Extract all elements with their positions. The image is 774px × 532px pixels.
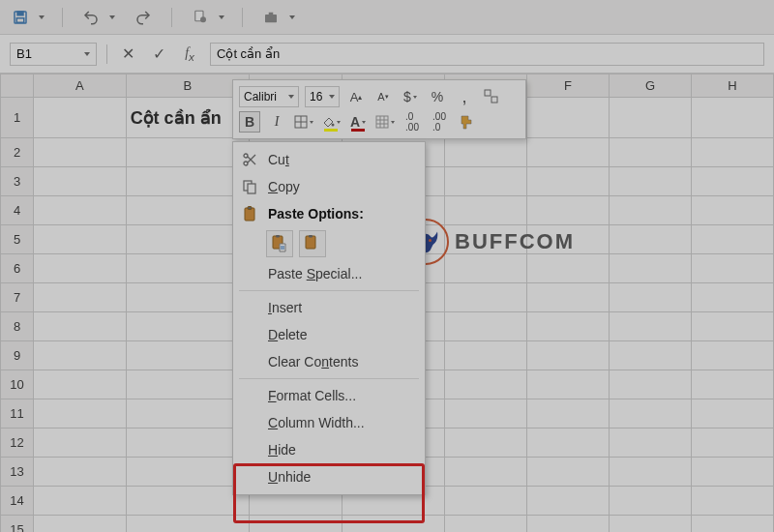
- cell[interactable]: [527, 458, 610, 487]
- select-all-corner[interactable]: [1, 74, 34, 98]
- cell[interactable]: [126, 458, 250, 487]
- cell[interactable]: [527, 138, 610, 167]
- cell[interactable]: [126, 487, 250, 516]
- cell[interactable]: [126, 196, 250, 225]
- cell[interactable]: [126, 254, 250, 283]
- cell[interactable]: [610, 167, 692, 196]
- font-size-dropdown[interactable]: 16: [305, 86, 340, 107]
- cell[interactable]: [610, 370, 692, 399]
- cell[interactable]: [692, 98, 774, 138]
- row-header[interactable]: 13: [1, 458, 34, 487]
- row-header[interactable]: 10: [1, 370, 34, 399]
- cell[interactable]: [610, 458, 692, 487]
- bold-button[interactable]: B: [239, 111, 260, 133]
- cell[interactable]: [610, 399, 692, 429]
- cell[interactable]: [692, 516, 774, 533]
- cell[interactable]: [342, 516, 444, 533]
- cell[interactable]: [610, 312, 692, 341]
- cell[interactable]: [527, 312, 610, 341]
- cell[interactable]: [527, 487, 610, 516]
- cell[interactable]: [445, 283, 527, 312]
- context-menu-delete[interactable]: Delete: [233, 321, 425, 348]
- chevron-down-icon[interactable]: [109, 15, 115, 19]
- cell[interactable]: [34, 167, 127, 196]
- format-painter-icon[interactable]: [456, 111, 477, 133]
- formula-bar-input[interactable]: Cột cần ẩn: [210, 43, 764, 66]
- cell[interactable]: [445, 458, 527, 487]
- cell[interactable]: [126, 138, 250, 167]
- row-header[interactable]: 9: [1, 341, 34, 370]
- cell[interactable]: [527, 341, 610, 370]
- document-properties-icon[interactable]: [190, 7, 211, 28]
- cell[interactable]: [34, 429, 127, 458]
- cell[interactable]: [445, 429, 527, 458]
- save-icon[interactable]: [10, 7, 31, 28]
- cell[interactable]: [34, 196, 127, 225]
- cell[interactable]: [527, 167, 610, 196]
- cell[interactable]: [34, 341, 127, 370]
- column-header-f[interactable]: F: [527, 74, 610, 98]
- cell-b1[interactable]: Cột cần ẩn: [126, 98, 250, 138]
- cell[interactable]: [126, 399, 250, 429]
- redo-icon[interactable]: [133, 7, 154, 28]
- fx-icon[interactable]: fx: [179, 44, 200, 65]
- cell[interactable]: [692, 283, 774, 312]
- cell[interactable]: [445, 138, 527, 167]
- cell[interactable]: [692, 312, 774, 341]
- font-color-dropdown-icon[interactable]: A: [347, 111, 369, 133]
- cell[interactable]: [34, 312, 127, 341]
- cell[interactable]: [527, 98, 610, 138]
- cell[interactable]: [610, 516, 692, 533]
- context-menu-unhide[interactable]: Unhide: [233, 463, 425, 490]
- context-menu-copy[interactable]: Copy: [233, 173, 425, 200]
- decrease-font-icon[interactable]: A▾: [372, 86, 394, 107]
- comma-format-icon[interactable]: ,: [454, 86, 475, 107]
- cancel-icon[interactable]: ✕: [117, 44, 138, 65]
- cell[interactable]: [445, 167, 527, 196]
- fill-color-dropdown-icon[interactable]: [320, 111, 342, 133]
- cell[interactable]: [692, 487, 774, 516]
- cell[interactable]: [126, 167, 250, 196]
- cell[interactable]: [126, 516, 250, 533]
- column-header-g[interactable]: G: [610, 74, 692, 98]
- check-icon[interactable]: ✓: [148, 44, 169, 65]
- paste-option-keep-source-icon[interactable]: [266, 230, 293, 257]
- cell[interactable]: [34, 370, 127, 399]
- context-menu-cut[interactable]: Cut: [233, 146, 425, 173]
- context-menu-insert[interactable]: Insert: [233, 294, 425, 321]
- cell[interactable]: [610, 429, 692, 458]
- column-header-a[interactable]: A: [34, 74, 127, 98]
- increase-font-icon[interactable]: A▴: [345, 86, 367, 107]
- decrease-decimal-icon[interactable]: .00.0: [429, 111, 450, 133]
- cell[interactable]: [692, 458, 774, 487]
- cell[interactable]: [34, 225, 127, 254]
- cell[interactable]: [445, 399, 527, 429]
- cell[interactable]: [692, 399, 774, 429]
- name-box[interactable]: B1: [10, 43, 97, 66]
- toolbox-icon[interactable]: [260, 7, 282, 28]
- row-header[interactable]: 1: [1, 98, 34, 138]
- cell[interactable]: [34, 458, 127, 487]
- cell[interactable]: [692, 370, 774, 399]
- cell[interactable]: [126, 341, 250, 370]
- undo-icon[interactable]: [80, 7, 102, 28]
- cell[interactable]: [126, 283, 250, 312]
- cell[interactable]: [692, 138, 774, 167]
- cell[interactable]: [692, 429, 774, 458]
- cell[interactable]: [610, 487, 692, 516]
- row-header[interactable]: 2: [1, 138, 34, 167]
- cell[interactable]: [445, 370, 527, 399]
- row-header[interactable]: 4: [1, 196, 34, 225]
- increase-decimal-icon[interactable]: .0.00: [402, 111, 423, 133]
- context-menu-paste-special[interactable]: Paste Special...: [233, 260, 425, 287]
- cell[interactable]: [34, 283, 127, 312]
- context-menu-hide[interactable]: Hide: [233, 436, 425, 463]
- row-header[interactable]: 11: [1, 399, 34, 429]
- cell[interactable]: [445, 312, 527, 341]
- cell[interactable]: [610, 341, 692, 370]
- row-header[interactable]: 8: [1, 312, 34, 341]
- cell[interactable]: [250, 516, 342, 533]
- column-header-h[interactable]: H: [692, 74, 774, 98]
- context-menu-column-width[interactable]: Column Width...: [233, 409, 425, 436]
- cell[interactable]: [692, 254, 774, 283]
